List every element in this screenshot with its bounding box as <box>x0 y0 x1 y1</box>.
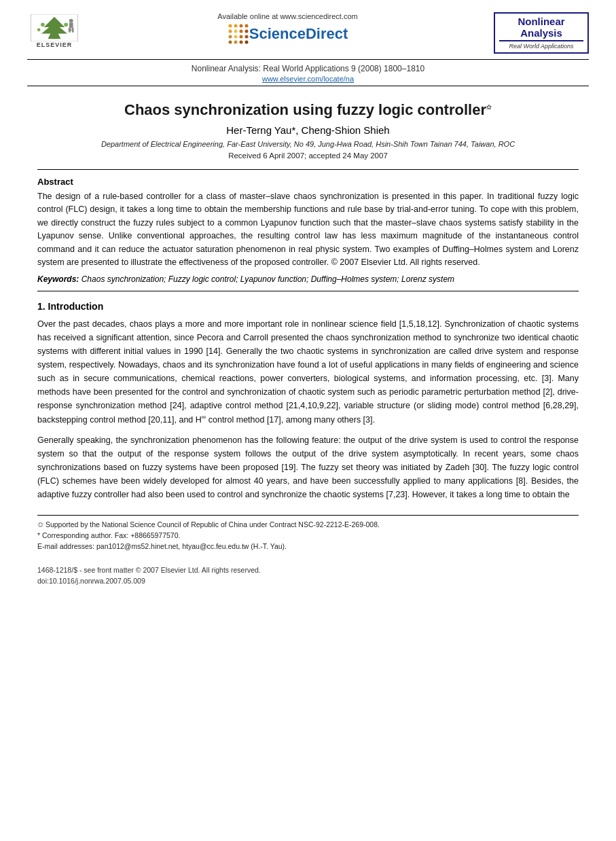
journal-title-line2: Analysis <box>499 28 583 39</box>
header-rule-bottom <box>27 86 589 86</box>
page: ELSEVIER Available online at www.science… <box>0 0 616 841</box>
abstract-top-rule <box>37 169 579 170</box>
svg-point-4 <box>64 22 68 26</box>
section-number: 1. <box>37 301 48 312</box>
svg-point-23 <box>228 41 232 44</box>
svg-point-7 <box>69 18 73 22</box>
journal-logo-divider <box>499 40 583 41</box>
issn-line: 1468-1218/$ - see front matter © 2007 El… <box>37 565 579 576</box>
footnote-star: ✩ Supported by the National Science Coun… <box>37 520 579 531</box>
svg-marker-2 <box>41 16 67 38</box>
svg-point-25 <box>239 41 242 44</box>
article-title: Chaos synchronization using fuzzy logic … <box>37 101 579 119</box>
main-content: Chaos synchronization using fuzzy logic … <box>0 101 616 501</box>
svg-point-21 <box>239 35 242 39</box>
sciencedirect-dots-icon <box>228 23 249 45</box>
journal-url: www.elsevier.com/locate/na <box>262 75 354 83</box>
keywords-line: Keywords: Chaos synchronization; Fuzzy l… <box>37 274 579 284</box>
header-rule-top <box>27 59 589 60</box>
footer-bottom: 1468-1218/$ - see front matter © 2007 El… <box>0 559 616 590</box>
svg-point-26 <box>244 41 248 44</box>
journal-logo: Nonlinear Analysis Real World Applicatio… <box>494 12 589 54</box>
elsevier-wordmark: ELSEVIER <box>37 41 73 48</box>
svg-rect-8 <box>69 22 73 28</box>
intro-paragraph-2: Generally speaking, the synchronization … <box>37 433 579 501</box>
footnote-corresponding: * Corresponding author. Fax: +8866597757… <box>37 531 579 541</box>
svg-point-18 <box>244 30 248 33</box>
section-heading-intro: 1. Introduction <box>37 301 579 312</box>
svg-point-20 <box>234 35 237 39</box>
svg-point-22 <box>244 35 248 39</box>
svg-point-12 <box>234 24 237 28</box>
title-star: ✩ <box>486 104 492 111</box>
header-top: ELSEVIER Available online at www.science… <box>27 12 589 54</box>
authors-line: Her-Terng Yau*, Cheng-Shion Shieh <box>37 124 579 136</box>
header: ELSEVIER Available online at www.science… <box>0 0 616 86</box>
doi-line: doi:10.1016/j.nonrwa.2007.05.009 <box>37 575 579 587</box>
journal-info-text: Nonlinear Analysis: Real World Applicati… <box>192 64 424 73</box>
svg-point-13 <box>239 24 242 28</box>
svg-rect-9 <box>69 28 71 33</box>
svg-point-17 <box>239 30 242 33</box>
header-center: Available online at www.sciencedirect.co… <box>81 12 494 47</box>
journal-title-line1: Nonlinear <box>499 16 583 28</box>
journal-meta: Nonlinear Analysis: Real World Applicati… <box>27 59 589 86</box>
sciencedirect-logo: ScienceDirect <box>228 23 348 45</box>
svg-rect-10 <box>72 28 74 33</box>
svg-point-19 <box>228 35 232 39</box>
available-online-text: Available online at www.sciencedirect.co… <box>217 12 357 20</box>
abstract-heading: Abstract <box>37 177 579 187</box>
elsevier-logo: ELSEVIER <box>27 12 81 50</box>
intro-paragraph-1: Over the past decades, chaos plays a mor… <box>37 317 579 427</box>
svg-point-11 <box>228 24 232 28</box>
introduction-section: 1. Introduction Over the past decades, c… <box>37 301 579 501</box>
keywords-label: Keywords: <box>37 274 81 284</box>
svg-point-3 <box>41 22 45 26</box>
footnote-email: E-mail addresses: pan1012@ms52.hinet.net… <box>37 541 579 552</box>
footnotes-section: ✩ Supported by the National Science Coun… <box>0 515 616 558</box>
svg-point-14 <box>244 24 248 28</box>
keywords-text: Chaos synchronization; Fuzzy logic contr… <box>81 274 454 284</box>
journal-subtitle: Real World Applications <box>499 43 583 50</box>
svg-point-5 <box>37 28 41 31</box>
article-title-text: Chaos synchronization using fuzzy logic … <box>124 101 486 118</box>
svg-point-15 <box>228 30 232 33</box>
received-line: Received 6 April 2007; accepted 24 May 2… <box>37 151 579 160</box>
abstract-text: The design of a rule-based controller fo… <box>37 190 579 269</box>
svg-point-24 <box>234 41 237 44</box>
elsevier-tree-icon <box>30 14 79 41</box>
section-title: Introduction <box>48 301 104 312</box>
sciencedirect-wordmark: ScienceDirect <box>249 25 348 43</box>
abstract-section: Abstract The design of a rule-based cont… <box>37 177 579 284</box>
footnote-rule <box>37 515 579 516</box>
affiliation-line: Department of Electrical Engineering, Fa… <box>37 140 579 148</box>
intro-top-rule <box>37 291 579 291</box>
svg-point-16 <box>234 30 237 33</box>
